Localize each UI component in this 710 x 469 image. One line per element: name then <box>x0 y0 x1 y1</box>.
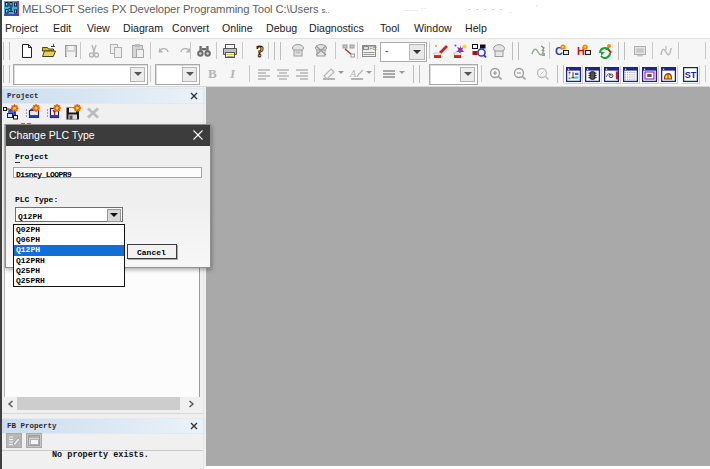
svg-text:A: A <box>349 68 357 79</box>
svg-text:?: ? <box>256 43 264 59</box>
svg-text:ST: ST <box>685 70 697 80</box>
svg-text:FBS: FBS <box>370 45 378 51</box>
